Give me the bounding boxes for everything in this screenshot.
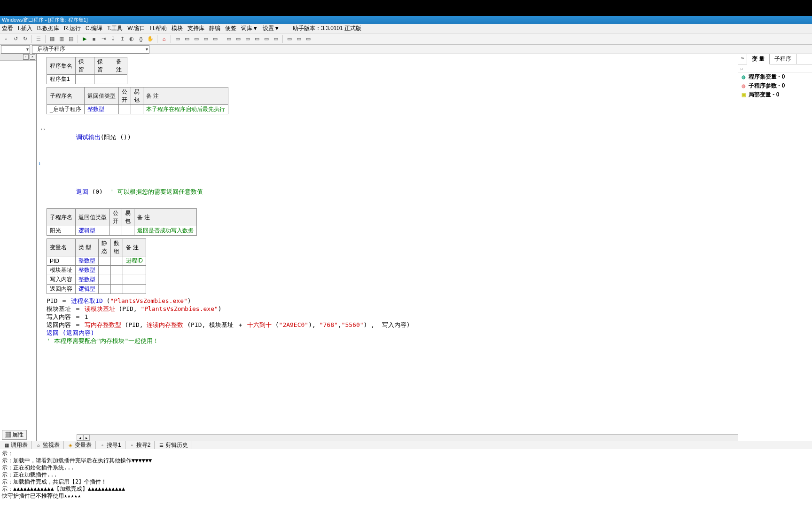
- td[interactable]: [99, 256, 111, 266]
- bt-search2[interactable]: ▫搜寻2: [125, 441, 155, 449]
- tool-btn-13[interactable]: ◐: [127, 35, 136, 43]
- td[interactable]: [99, 275, 111, 285]
- tool-btn-24[interactable]: ▭: [243, 35, 252, 43]
- tool-btn-18[interactable]: ▭: [183, 35, 191, 43]
- step-out-button[interactable]: ↥: [118, 35, 126, 43]
- td[interactable]: 进程ID: [123, 256, 146, 266]
- td-remark2[interactable]: 本子程序在程序启动后最先执行: [143, 105, 228, 114]
- tool-btn-30[interactable]: ▭: [304, 35, 312, 43]
- menu-static[interactable]: 静编: [209, 24, 220, 32]
- menu-view[interactable]: 查看: [2, 24, 13, 32]
- td-sub-name[interactable]: _启动子程序: [47, 105, 85, 114]
- td[interactable]: [111, 266, 123, 275]
- menu-wordbank[interactable]: 词库▼: [241, 24, 258, 32]
- code-l4[interactable]: 返回内容 ＝ 写内存整数型 (PID, 连读内存整数 (PID, 模块基址 ＋ …: [47, 321, 410, 329]
- code-line-return-top[interactable]: 返回 (0) ' 可以根据您的需要返回任意数值: [47, 180, 410, 204]
- td[interactable]: [99, 285, 111, 294]
- menu-tools[interactable]: T.工具: [107, 24, 123, 32]
- td[interactable]: 阳光: [47, 226, 76, 236]
- code-l3[interactable]: 写入内容 ＝ 1: [47, 313, 410, 321]
- tool-btn-2[interactable]: ↺: [11, 35, 20, 43]
- bt-history[interactable]: ☰剪辑历史: [155, 441, 192, 449]
- menu-help[interactable]: H.帮助: [150, 24, 167, 32]
- tool-btn-21[interactable]: ▭: [211, 35, 219, 43]
- tool-btn-4[interactable]: ☰: [34, 35, 43, 43]
- expand-panel-button[interactable]: »: [738, 54, 747, 64]
- td[interactable]: [123, 266, 146, 275]
- bt-calltable[interactable]: ▦调用表: [0, 441, 32, 449]
- td-public[interactable]: [118, 105, 131, 114]
- td-progset-name[interactable]: 程序集1: [47, 75, 76, 84]
- menu-run[interactable]: R.运行: [64, 24, 81, 32]
- tool-btn-15[interactable]: ✋: [146, 35, 155, 43]
- menu-settings[interactable]: 设置▼: [263, 24, 280, 32]
- menu-database[interactable]: B.数据库: [37, 24, 59, 32]
- properties-tab[interactable]: ▦ 属性: [2, 430, 27, 440]
- stop-button[interactable]: ■: [90, 35, 98, 43]
- dock-pin-icon[interactable]: ▫: [23, 54, 29, 60]
- tab-subroutines[interactable]: 子程序: [770, 54, 796, 64]
- code-l2[interactable]: 模块基址 ＝ 读模块基址 (PID, "PlantsVsZombies.exe"…: [47, 305, 410, 313]
- td[interactable]: [111, 275, 123, 285]
- td[interactable]: [99, 266, 111, 275]
- scroll-left-icon[interactable]: ◂: [77, 435, 83, 441]
- td[interactable]: 整数型: [76, 275, 99, 285]
- td[interactable]: 返回内容: [47, 285, 76, 294]
- tool-btn-19[interactable]: ▭: [192, 35, 201, 43]
- td[interactable]: [110, 226, 122, 236]
- menu-support[interactable]: 支持库: [187, 24, 204, 32]
- step-into-button[interactable]: ↧: [109, 35, 117, 43]
- code-l1[interactable]: PID ＝ 进程名取ID ("PlantsVsZombies.exe"): [47, 297, 410, 305]
- editor-hscroll[interactable]: ◂ ▸: [77, 434, 738, 441]
- right-search-input[interactable]: ⌕: [738, 64, 812, 72]
- tool-btn-28[interactable]: ▭: [285, 35, 294, 43]
- tab-variables[interactable]: 变 量: [747, 54, 770, 64]
- menu-module[interactable]: 模块: [172, 24, 183, 32]
- run-button[interactable]: ▶: [80, 35, 89, 43]
- tool-btn-22[interactable]: ▭: [225, 35, 233, 43]
- td[interactable]: [111, 285, 123, 294]
- scroll-right-icon[interactable]: ▸: [83, 435, 90, 441]
- tool-btn-29[interactable]: ▭: [295, 35, 303, 43]
- code-editor[interactable]: 程序集名 保 留 保 留 备 注 程序集1 子程序名 返回值类型 公开: [37, 54, 738, 441]
- td[interactable]: [123, 275, 146, 285]
- tool-btn-3[interactable]: ↻: [21, 35, 29, 43]
- tool-btn-27[interactable]: ▭: [272, 35, 280, 43]
- td-ret-type[interactable]: 整数型: [84, 105, 118, 114]
- tool-btn-16[interactable]: ⌂: [160, 35, 168, 43]
- menu-insert[interactable]: I.插入: [18, 24, 32, 32]
- td[interactable]: 写入内容: [47, 275, 76, 285]
- tree-sub-params[interactable]: ◍子程序参数 - 0: [738, 81, 812, 90]
- bt-search1[interactable]: ▫搜寻1: [96, 441, 125, 449]
- td[interactable]: 整数型: [76, 256, 99, 266]
- menu-compile[interactable]: C.编译: [86, 24, 102, 32]
- tree-progset-var[interactable]: ◍程序集变量 - 0: [738, 72, 812, 81]
- td[interactable]: 逻辑型: [76, 285, 99, 294]
- output-panel[interactable]: 示： 示：加载中，请看到加载插件完毕后在执行其他操作▼▼▼▼▼▼ 示：正在初始化…: [0, 449, 812, 508]
- tool-btn-7[interactable]: ▤: [67, 35, 75, 43]
- tool-btn-17[interactable]: ▭: [173, 35, 182, 43]
- step-over-button[interactable]: ⇥: [99, 35, 108, 43]
- tool-btn-5[interactable]: ▦: [48, 35, 56, 43]
- td[interactable]: 返回是否成功写入数据: [134, 226, 197, 236]
- tool-btn-14[interactable]: {}: [137, 35, 145, 43]
- tree-local-vars[interactable]: ▣局部变量 - 0: [738, 90, 812, 99]
- tool-btn-25[interactable]: ▭: [253, 35, 261, 43]
- td[interactable]: 模块基址: [47, 266, 76, 275]
- menu-window[interactable]: W.窗口: [127, 24, 145, 32]
- tool-btn-23[interactable]: ▭: [234, 35, 242, 43]
- td[interactable]: [111, 256, 123, 266]
- code-l6-comment[interactable]: ' 本程序需要配合"内存模块"一起使用！: [47, 337, 410, 345]
- td-remark1[interactable]: [113, 75, 127, 84]
- td[interactable]: [122, 226, 134, 236]
- code-l5[interactable]: 返回 (返回内容): [47, 329, 410, 337]
- combo-subroutine[interactable]: _启动子程序: [32, 45, 149, 54]
- tool-btn-1[interactable]: ▫: [2, 35, 10, 43]
- td[interactable]: [123, 285, 146, 294]
- tool-btn-6[interactable]: ▥: [57, 35, 66, 43]
- dock-close-icon[interactable]: ×: [30, 54, 35, 60]
- td[interactable]: 逻辑型: [76, 226, 110, 236]
- menu-sticky[interactable]: 便签: [225, 24, 236, 32]
- bt-vars[interactable]: ◈变量表: [64, 441, 96, 449]
- tool-btn-26[interactable]: ▭: [262, 35, 271, 43]
